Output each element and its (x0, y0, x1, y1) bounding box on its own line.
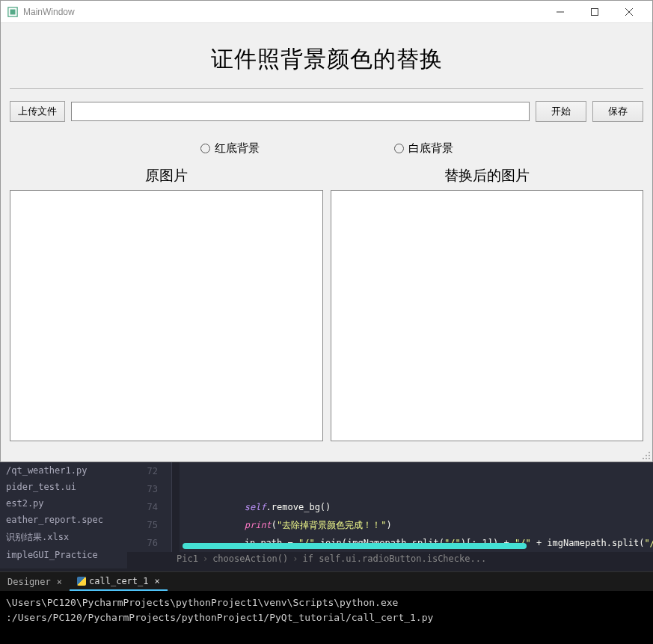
original-image-label: 原图片 (10, 166, 323, 185)
radio-label: 白底背景 (408, 141, 453, 156)
path-input[interactable] (71, 102, 530, 121)
svg-point-6 (649, 452, 650, 453)
radio-red-bg[interactable]: 红底背景 (200, 141, 260, 156)
file-item[interactable]: pider_test.ui (0, 479, 127, 495)
save-button[interactable]: 保存 (592, 101, 643, 122)
ide-breadcrumb[interactable]: Pic1›chooseAction()›if self.ui.radioButt… (177, 553, 486, 564)
radio-group: 红底背景 白底背景 (10, 141, 643, 156)
svg-point-8 (649, 455, 650, 456)
radio-icon (200, 144, 210, 153)
ide-file-tree[interactable]: /qt_weather1.py pider_test.ui est2.py ea… (0, 462, 127, 568)
page-title: 证件照背景颜色的替换 (10, 32, 643, 88)
radio-white-bg[interactable]: 白底背景 (394, 141, 453, 156)
main-window: MainWindow 证件照背景颜色的替换 上传文件 开始 保存 (0, 0, 653, 462)
ide-horizontal-scrollbar[interactable] (183, 543, 527, 549)
radio-label: 红底背景 (215, 141, 260, 156)
replaced-image-label: 替换后的图片 (331, 166, 644, 185)
file-item[interactable]: est2.py (0, 495, 127, 512)
svg-rect-1 (10, 9, 16, 14)
tab-designer[interactable]: Designer× (0, 574, 70, 590)
titlebar[interactable]: MainWindow (1, 1, 652, 23)
divider (10, 88, 643, 89)
replaced-image-frame (331, 190, 644, 441)
file-item[interactable]: eather_report.spec (0, 512, 127, 528)
radio-icon (394, 144, 404, 153)
ide-bottom-tabs: Designer× call_cert_1× (0, 571, 653, 591)
svg-point-7 (646, 455, 647, 456)
file-item[interactable]: 识别结果.xlsx (0, 528, 127, 547)
ide-code-editor[interactable]: self.remove_bg() print("去除掉背景颜色完成！！") in… (180, 462, 653, 552)
file-item[interactable]: impleGUI_Practice (0, 547, 127, 563)
resize-grip[interactable] (640, 450, 651, 460)
tab-script[interactable]: call_cert_1× (70, 573, 168, 591)
maximize-button[interactable] (577, 1, 612, 23)
ide-terminal[interactable]: \Users\PC120\PycharmProjects\pythonProje… (0, 591, 653, 644)
app-icon (7, 6, 19, 18)
ide-background: /qt_weather1.py pider_test.ui est2.py ea… (0, 462, 653, 644)
svg-point-9 (643, 458, 644, 459)
original-image-frame (10, 190, 323, 441)
file-item[interactable]: /qt_weather1.py (0, 462, 127, 479)
start-button[interactable]: 开始 (536, 101, 586, 122)
python-icon (77, 577, 86, 586)
window-title: MainWindow (23, 7, 75, 17)
minimize-button[interactable] (543, 1, 577, 23)
ide-line-numbers: 72 73 74 75 76 (127, 462, 172, 552)
svg-point-10 (646, 458, 647, 459)
svg-point-11 (649, 458, 650, 459)
upload-button[interactable]: 上传文件 (10, 101, 65, 122)
close-button[interactable] (612, 1, 646, 23)
svg-rect-3 (592, 8, 598, 15)
toolbar: 上传文件 开始 保存 (10, 101, 643, 122)
